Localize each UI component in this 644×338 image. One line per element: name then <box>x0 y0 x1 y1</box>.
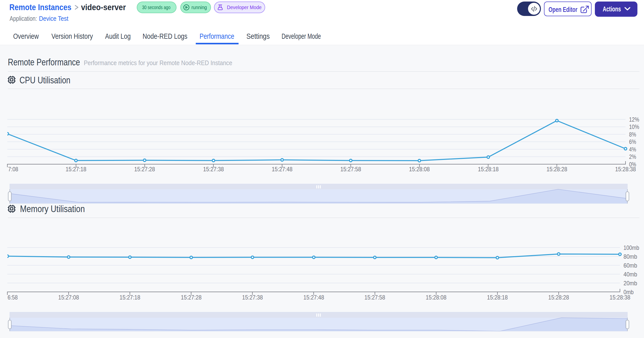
svg-text:15:27:58: 15:27:58 <box>364 294 385 301</box>
svg-text:CPU Utilisation: CPU Utilisation <box>19 75 70 85</box>
svg-text:7:08: 7:08 <box>8 166 18 173</box>
svg-text:Developer Mode: Developer Mode <box>227 4 262 10</box>
svg-text:Device Test: Device Test <box>39 15 68 22</box>
svg-text:Overview: Overview <box>13 32 39 40</box>
svg-text:15:27:38: 15:27:38 <box>242 294 263 301</box>
svg-text:100mb: 100mb <box>623 244 639 251</box>
svg-text:15:28:18: 15:28:18 <box>478 166 499 173</box>
svg-text:30 seconds ago: 30 seconds ago <box>142 4 170 10</box>
svg-text:15:27:28: 15:27:28 <box>134 166 155 173</box>
svg-text:Remote Performance: Remote Performance <box>8 57 80 67</box>
svg-text:15:27:58: 15:27:58 <box>340 166 361 173</box>
svg-text:Performance: Performance <box>200 32 234 40</box>
svg-text:Actions: Actions <box>603 5 621 13</box>
svg-text:6:58: 6:58 <box>8 294 18 301</box>
svg-text:Developer Mode: Developer Mode <box>282 32 321 40</box>
svg-text:Node-RED Logs: Node-RED Logs <box>143 32 187 40</box>
svg-text:Settings: Settings <box>246 32 270 40</box>
svg-text:4%: 4% <box>629 146 636 153</box>
svg-text:Performance metrics for your R: Performance metrics for your Remote Node… <box>84 59 232 67</box>
svg-text:15:28:18: 15:28:18 <box>487 294 508 301</box>
svg-text:15:27:08: 15:27:08 <box>58 294 79 301</box>
svg-text:Application:: Application: <box>10 15 37 22</box>
svg-text:8%: 8% <box>629 131 636 138</box>
svg-text:Audit Log: Audit Log <box>105 32 131 40</box>
svg-text:40mb: 40mb <box>623 271 637 278</box>
svg-text:15:28:38: 15:28:38 <box>610 294 630 301</box>
svg-text:Remote Instances: Remote Instances <box>9 3 71 12</box>
svg-text:15:27:18: 15:27:18 <box>120 294 140 301</box>
svg-text:Open Editor: Open Editor <box>549 6 577 13</box>
svg-text:15:27:48: 15:27:48 <box>272 166 292 173</box>
svg-text:15:28:08: 15:28:08 <box>426 294 446 301</box>
svg-text:20mb: 20mb <box>623 280 637 287</box>
svg-text:15:27:38: 15:27:38 <box>203 166 224 173</box>
svg-text:12%: 12% <box>629 116 639 123</box>
svg-text:Memory Utilisation: Memory Utilisation <box>20 204 85 214</box>
svg-text:video-server: video-server <box>81 3 126 12</box>
svg-text:15:28:08: 15:28:08 <box>409 166 430 173</box>
svg-text:15:28:38: 15:28:38 <box>615 166 636 173</box>
svg-text:15:28:28: 15:28:28 <box>547 166 567 173</box>
svg-text:10%: 10% <box>629 123 639 130</box>
svg-text:60mb: 60mb <box>623 262 637 269</box>
svg-text:15:27:28: 15:27:28 <box>181 294 202 301</box>
svg-text:15:27:18: 15:27:18 <box>66 166 86 173</box>
svg-text:2%: 2% <box>629 153 636 160</box>
svg-text:Version History: Version History <box>51 32 93 40</box>
svg-text:80mb: 80mb <box>623 253 637 260</box>
svg-text:running: running <box>191 4 207 10</box>
svg-text:6%: 6% <box>629 138 636 145</box>
svg-text:15:27:48: 15:27:48 <box>303 294 324 301</box>
svg-text:15:28:28: 15:28:28 <box>548 294 569 301</box>
